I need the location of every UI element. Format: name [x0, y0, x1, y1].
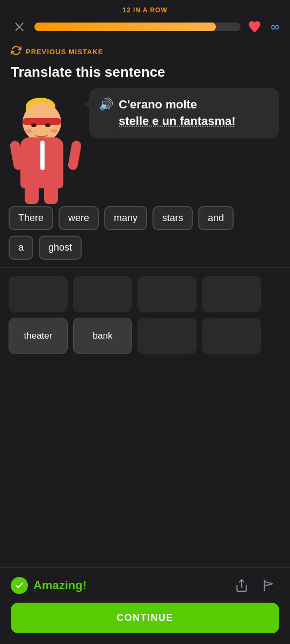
header: 12 IN A ROW ∞	[0, 0, 290, 40]
word-chip-stars[interactable]: stars	[153, 206, 193, 230]
mistake-banner: PREVIOUS MISTAKE	[0, 40, 290, 61]
flag-button[interactable]	[260, 576, 279, 595]
amazing-left: Amazing!	[11, 577, 86, 594]
speech-text-line1: C'erano molte	[119, 97, 236, 113]
refresh-icon	[11, 45, 21, 58]
action-icons	[232, 576, 279, 595]
speaker-icon[interactable]: 🔊	[99, 98, 113, 112]
answer-slot-4[interactable]	[202, 276, 261, 312]
amazing-row: Amazing!	[11, 576, 279, 595]
progress-bar	[34, 23, 241, 31]
check-circle	[11, 577, 28, 594]
word-chips-section: There were many stars and a ghost	[0, 206, 290, 260]
streak-label: 12 IN A ROW	[11, 6, 279, 14]
answer-slot-theater[interactable]: theater	[9, 318, 68, 354]
answer-area: theater bank	[0, 276, 290, 354]
answer-slot-1[interactable]	[9, 276, 68, 312]
word-chip-were[interactable]: were	[59, 206, 99, 230]
character-figure	[11, 88, 81, 195]
answer-row1	[9, 276, 281, 312]
word-chip-a[interactable]: a	[9, 236, 33, 260]
word-chip-there[interactable]: There	[9, 206, 53, 230]
answer-row2: theater bank	[9, 318, 281, 354]
infinity-icon: ∞	[271, 20, 279, 34]
answer-slot-2[interactable]	[73, 276, 132, 312]
section-divider	[0, 267, 290, 268]
answer-slot-5[interactable]	[137, 318, 197, 354]
progress-fill	[34, 23, 216, 31]
speech-bubble: 🔊 C'erano molte stelle e un fantasma!	[89, 88, 279, 138]
word-chip-many[interactable]: many	[104, 206, 147, 230]
answer-slot-6[interactable]	[202, 318, 261, 354]
word-chip-ghost[interactable]: ghost	[39, 236, 82, 260]
share-button[interactable]	[232, 576, 251, 595]
word-chip-and[interactable]: and	[198, 206, 234, 230]
heart-icon	[247, 19, 262, 34]
close-button[interactable]	[11, 18, 28, 35]
answer-slot-bank[interactable]: bank	[73, 318, 132, 354]
amazing-text: Amazing!	[33, 579, 86, 592]
continue-button[interactable]: CONTINUE	[11, 603, 279, 633]
translate-title: Translate this sentence	[0, 61, 290, 88]
speech-text-line2: stelle e un fantasma!	[119, 113, 236, 130]
character-area: 🔊 C'erano molte stelle e un fantasma!	[0, 88, 290, 195]
answer-slot-3[interactable]	[137, 276, 197, 312]
success-bar: Amazing! CONTINUE	[0, 567, 290, 644]
word-chips-row1: There were many stars and	[9, 206, 281, 230]
mistake-label: PREVIOUS MISTAKE	[26, 48, 103, 56]
word-chips-row2: a ghost	[9, 236, 281, 260]
